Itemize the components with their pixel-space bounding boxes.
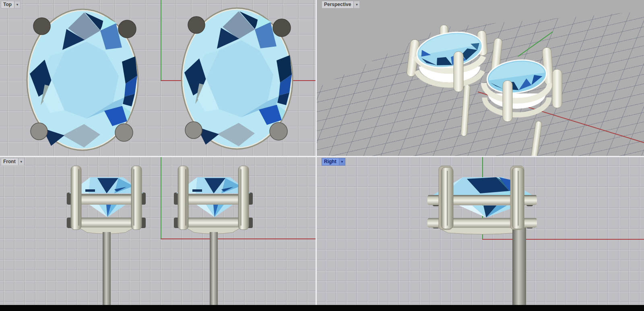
chevron-down-icon[interactable]: ▾: [14, 1, 20, 8]
viewport-label-top[interactable]: Top ▾: [1, 1, 21, 8]
viewport-label-front[interactable]: Front ▾: [1, 158, 25, 166]
y-axis-green: [161, 0, 161, 81]
stud-front-view-right[interactable]: [173, 160, 254, 311]
front-view-grid: [0, 157, 316, 311]
chevron-down-icon[interactable]: ▾: [339, 158, 345, 165]
viewport-right[interactable]: Right ▾: [317, 157, 644, 311]
gem-top-view-right[interactable]: [181, 6, 293, 151]
z-axis-green: [161, 157, 161, 239]
gem-top-view-left[interactable]: [26, 7, 139, 152]
viewport-title: Top: [1, 1, 14, 8]
earring-studs-perspective[interactable]: [317, 0, 644, 156]
cad-application-window: Top ▾: [0, 0, 644, 311]
chevron-down-icon[interactable]: ▾: [18, 158, 24, 165]
viewport-title: Front: [1, 158, 18, 165]
viewport-top[interactable]: Top ▾: [0, 0, 316, 156]
bottom-black-bar: [0, 305, 644, 311]
stud-right-view[interactable]: [418, 160, 547, 311]
viewport-title: Perspective: [322, 1, 353, 8]
viewport-title: Right: [322, 158, 339, 165]
chevron-down-icon[interactable]: ▾: [353, 1, 359, 8]
viewport-perspective[interactable]: Perspective ▾: [317, 0, 644, 156]
viewport-front[interactable]: Front ▾: [0, 157, 316, 311]
stud-front-view-left[interactable]: [66, 160, 147, 311]
viewport-label-right[interactable]: Right ▾: [322, 158, 345, 166]
viewport-label-perspective[interactable]: Perspective ▾: [322, 1, 360, 8]
